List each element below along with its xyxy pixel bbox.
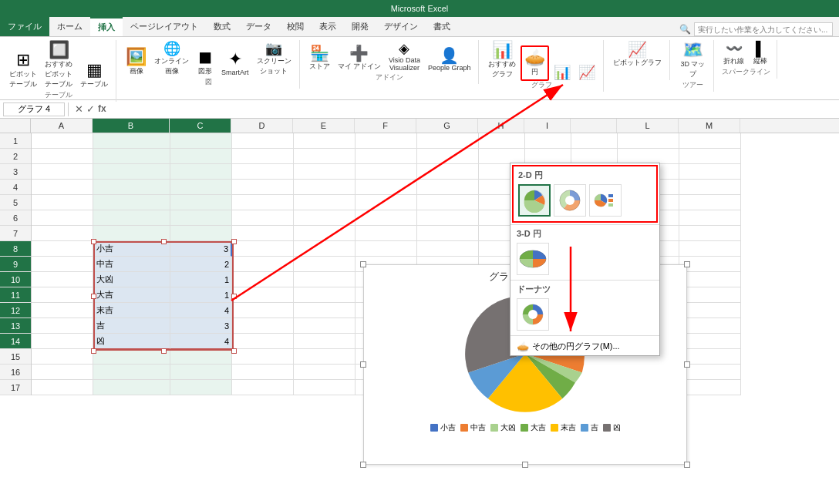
tab-data[interactable]: データ — [238, 17, 279, 36]
cell-l1[interactable] — [618, 133, 679, 149]
visio-btn[interactable]: ◈ Visio DataVisualizer — [386, 40, 423, 73]
tab-design[interactable]: デザイン — [376, 17, 426, 36]
col-header-m[interactable]: M — [679, 119, 740, 133]
search-input[interactable] — [694, 22, 833, 36]
bar-chart-btn[interactable]: 📊 — [551, 64, 574, 81]
cell-c12[interactable]: 4 — [170, 303, 232, 318]
cell-h1[interactable] — [479, 133, 525, 149]
pie-2d-solid[interactable] — [518, 184, 551, 217]
cell-c9[interactable]: 2 — [170, 257, 232, 272]
myaddin-btn[interactable]: ➕ マイ アドイン — [335, 44, 385, 73]
recommended-charts-btn[interactable]: 📊 おすすめグラフ — [485, 40, 519, 81]
tab-insert[interactable]: 挿入 — [90, 17, 123, 36]
cell-c8[interactable]: 3 — [170, 241, 232, 257]
formula-input[interactable] — [113, 102, 836, 116]
row-header-2[interactable]: 2 — [0, 149, 31, 164]
cell-b8[interactable]: 小吉 — [93, 241, 170, 257]
pivot-chart-btn[interactable]: 📈 ピボットグラフ — [610, 40, 665, 69]
tab-formula[interactable]: 数式 — [206, 17, 238, 36]
cell-b14[interactable]: 凶 — [93, 334, 170, 349]
image-btn[interactable]: 🖼️ 画像 — [123, 47, 150, 78]
col-header-a[interactable]: A — [31, 119, 93, 133]
cell-j1[interactable] — [571, 133, 618, 149]
row-header-16[interactable]: 16 — [0, 365, 31, 380]
cell-name-box[interactable] — [3, 102, 65, 116]
cell-c13[interactable]: 3 — [170, 318, 232, 334]
row-header-6[interactable]: 6 — [0, 210, 31, 226]
cell-f1[interactable] — [355, 133, 417, 149]
col-header-b[interactable]: B — [93, 119, 170, 133]
row-header-15[interactable]: 15 — [0, 349, 31, 365]
pie-2d-bar[interactable] — [589, 184, 622, 217]
col-header-i[interactable]: I — [524, 119, 571, 133]
formula-bar: ✕ ✓ fx — [0, 100, 839, 119]
row-header-9[interactable]: 9 — [0, 257, 31, 272]
sparkline-line-btn[interactable]: 〰️ 折れ線 — [720, 40, 747, 68]
tab-home[interactable]: ホーム — [49, 17, 90, 36]
cell-c14[interactable]: 4 — [170, 334, 232, 349]
cell-b1[interactable] — [93, 133, 170, 149]
cell-a1[interactable] — [32, 133, 93, 149]
recommended-pivot-btn[interactable]: 🔲 おすすめピボットテーブル — [42, 40, 76, 91]
row-header-8[interactable]: 8 — [0, 241, 31, 257]
smartart-btn[interactable]: ✦ SmartArt — [218, 49, 252, 78]
store-btn[interactable]: 🏪 ストア — [306, 44, 333, 73]
3dmap-btn[interactable]: 🗺️ 3D マップ — [677, 40, 708, 81]
cell-g1[interactable] — [417, 133, 479, 149]
cell-i1[interactable] — [525, 133, 571, 149]
tab-review[interactable]: 校閲 — [279, 17, 312, 36]
col-header-l[interactable]: L — [617, 119, 679, 133]
tab-page-layout[interactable]: ページレイアウト — [123, 17, 206, 36]
confirm-icon[interactable]: ✓ — [86, 103, 95, 115]
shapes-btn[interactable]: ◼ 図形 — [194, 47, 217, 78]
sparkline-bar-btn[interactable]: ▌ 縦棒 — [749, 40, 772, 68]
tab-view[interactable]: 表示 — [312, 17, 344, 36]
screenshot-btn[interactable]: 📷 スクリーンショット — [254, 40, 295, 78]
cell-b11[interactable]: 大吉 — [93, 287, 170, 303]
cell-m1[interactable] — [679, 133, 741, 149]
cell-c10[interactable]: 1 — [170, 272, 232, 287]
row-header-7[interactable]: 7 — [0, 226, 31, 241]
col-header-d[interactable]: D — [231, 119, 293, 133]
col-header-c[interactable]: C — [170, 119, 231, 133]
col-header-g[interactable]: G — [416, 119, 478, 133]
pie-3d-solid[interactable] — [517, 243, 549, 275]
tab-file[interactable]: ファイル — [0, 17, 49, 36]
pie-chart-btn[interactable]: 🥧 円 — [521, 45, 549, 81]
row-header-10[interactable]: 10 — [0, 272, 31, 287]
cell-b13[interactable]: 吉 — [93, 318, 170, 334]
cell-b12[interactable]: 末吉 — [93, 303, 170, 318]
row-header-12[interactable]: 12 — [0, 303, 31, 318]
col-header-j[interactable] — [571, 119, 617, 133]
cell-b10[interactable]: 大凶 — [93, 272, 170, 287]
table-btn[interactable]: ▦ テーブル — [77, 60, 111, 91]
row-header-11[interactable]: 11 — [0, 287, 31, 303]
people-graph-btn[interactable]: 👤 People Graph — [425, 46, 474, 73]
row-header-13[interactable]: 13 — [0, 318, 31, 334]
row-header-17[interactable]: 17 — [0, 380, 31, 395]
col-header-h[interactable]: H — [478, 119, 524, 133]
row-header-1[interactable]: 1 — [0, 133, 31, 149]
cell-b9[interactable]: 中吉 — [93, 257, 170, 272]
row-header-4[interactable]: 4 — [0, 180, 31, 195]
online-image-btn[interactable]: 🌐 オンライン画像 — [151, 40, 192, 78]
scatter-chart-btn[interactable]: 📈 — [575, 64, 598, 81]
tab-format[interactable]: 書式 — [426, 17, 458, 36]
col-header-e[interactable]: E — [293, 119, 355, 133]
cell-c11[interactable]: 1 — [170, 287, 232, 303]
pivot-table-btn[interactable]: ⊞ ピボットテーブル — [6, 50, 40, 91]
cell-c1[interactable] — [170, 133, 232, 149]
col-header-f[interactable]: F — [355, 119, 416, 133]
function-icon[interactable]: fx — [98, 103, 106, 115]
chart-legend: 小吉 中吉 大凶 大吉 末吉 吉 凶 — [364, 419, 686, 436]
tab-dev[interactable]: 開発 — [344, 17, 376, 36]
donut-option[interactable] — [517, 298, 549, 331]
row-header-14[interactable]: 14 — [0, 334, 31, 349]
cell-e1[interactable] — [294, 133, 355, 149]
row-header-5[interactable]: 5 — [0, 195, 31, 210]
more-pie-charts[interactable]: 🥧 その他の円グラフ(M)... — [510, 338, 659, 355]
cancel-icon[interactable]: ✕ — [75, 103, 83, 115]
cell-d1[interactable] — [232, 133, 294, 149]
pie-2d-ring[interactable] — [554, 184, 586, 217]
row-header-3[interactable]: 3 — [0, 164, 31, 180]
